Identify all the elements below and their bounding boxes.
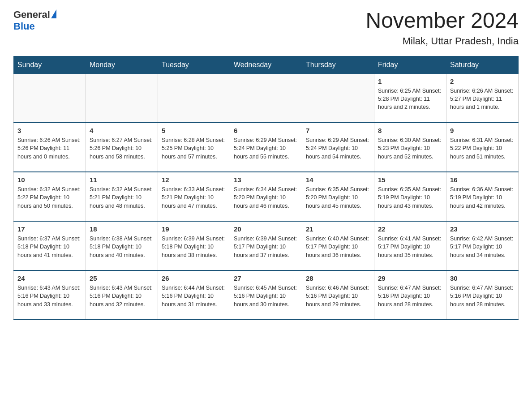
calendar-cell: 6Sunrise: 6:29 AM Sunset: 5:24 PM Daylig… bbox=[230, 123, 302, 172]
calendar-cell: 5Sunrise: 6:28 AM Sunset: 5:25 PM Daylig… bbox=[158, 123, 230, 172]
title-group: November 2024 Milak, Uttar Pradesh, Indi… bbox=[365, 9, 519, 47]
day-number: 16 bbox=[450, 176, 515, 184]
day-info: Sunrise: 6:38 AM Sunset: 5:18 PM Dayligh… bbox=[90, 235, 154, 259]
day-info: Sunrise: 6:31 AM Sunset: 5:22 PM Dayligh… bbox=[450, 136, 515, 160]
calendar-cell: 16Sunrise: 6:36 AM Sunset: 5:19 PM Dayli… bbox=[446, 172, 519, 221]
logo: General Blue bbox=[13, 9, 56, 32]
day-number: 6 bbox=[234, 127, 298, 134]
calendar-cell: 20Sunrise: 6:39 AM Sunset: 5:17 PM Dayli… bbox=[230, 221, 302, 270]
day-info: Sunrise: 6:45 AM Sunset: 5:16 PM Dayligh… bbox=[234, 284, 298, 308]
logo-text: General Blue bbox=[13, 9, 56, 32]
calendar-cell: 7Sunrise: 6:29 AM Sunset: 5:24 PM Daylig… bbox=[302, 123, 374, 172]
day-info: Sunrise: 6:41 AM Sunset: 5:17 PM Dayligh… bbox=[378, 235, 442, 259]
day-number: 23 bbox=[450, 225, 515, 233]
day-number: 3 bbox=[17, 127, 82, 134]
calendar-cell: 8Sunrise: 6:30 AM Sunset: 5:23 PM Daylig… bbox=[374, 123, 446, 172]
calendar-cell: 4Sunrise: 6:27 AM Sunset: 5:26 PM Daylig… bbox=[86, 123, 158, 172]
day-header-wednesday: Wednesday bbox=[230, 56, 302, 73]
day-info: Sunrise: 6:29 AM Sunset: 5:24 PM Dayligh… bbox=[234, 136, 298, 160]
day-number: 4 bbox=[90, 127, 154, 134]
day-number: 14 bbox=[306, 176, 370, 184]
location-title: Milak, Uttar Pradesh, India bbox=[365, 35, 519, 47]
day-number: 19 bbox=[162, 225, 226, 233]
day-number: 27 bbox=[234, 274, 298, 282]
day-number: 7 bbox=[306, 127, 370, 134]
day-number: 8 bbox=[378, 127, 442, 134]
day-header-monday: Monday bbox=[86, 56, 158, 73]
day-info: Sunrise: 6:25 AM Sunset: 5:28 PM Dayligh… bbox=[378, 87, 442, 111]
calendar-cell: 13Sunrise: 6:34 AM Sunset: 5:20 PM Dayli… bbox=[230, 172, 302, 221]
day-info: Sunrise: 6:47 AM Sunset: 5:16 PM Dayligh… bbox=[378, 284, 442, 308]
calendar-cell: 15Sunrise: 6:35 AM Sunset: 5:19 PM Dayli… bbox=[374, 172, 446, 221]
calendar-cell: 28Sunrise: 6:46 AM Sunset: 5:16 PM Dayli… bbox=[302, 270, 374, 320]
calendar-week-row: 1Sunrise: 6:25 AM Sunset: 5:28 PM Daylig… bbox=[14, 73, 519, 123]
day-info: Sunrise: 6:36 AM Sunset: 5:19 PM Dayligh… bbox=[450, 185, 515, 210]
calendar-cell: 23Sunrise: 6:42 AM Sunset: 5:17 PM Dayli… bbox=[446, 221, 519, 270]
calendar-cell: 19Sunrise: 6:39 AM Sunset: 5:18 PM Dayli… bbox=[158, 221, 230, 270]
day-number: 9 bbox=[450, 127, 515, 134]
day-number: 5 bbox=[162, 127, 226, 134]
day-info: Sunrise: 6:47 AM Sunset: 5:16 PM Dayligh… bbox=[450, 284, 515, 308]
calendar-cell: 25Sunrise: 6:43 AM Sunset: 5:16 PM Dayli… bbox=[86, 270, 158, 320]
day-info: Sunrise: 6:27 AM Sunset: 5:26 PM Dayligh… bbox=[90, 136, 154, 160]
calendar-cell: 30Sunrise: 6:47 AM Sunset: 5:16 PM Dayli… bbox=[446, 270, 519, 320]
day-info: Sunrise: 6:44 AM Sunset: 5:16 PM Dayligh… bbox=[162, 284, 226, 308]
day-info: Sunrise: 6:32 AM Sunset: 5:21 PM Dayligh… bbox=[90, 185, 154, 210]
calendar-cell: 9Sunrise: 6:31 AM Sunset: 5:22 PM Daylig… bbox=[446, 123, 519, 172]
calendar-cell: 29Sunrise: 6:47 AM Sunset: 5:16 PM Dayli… bbox=[374, 270, 446, 320]
day-info: Sunrise: 6:39 AM Sunset: 5:18 PM Dayligh… bbox=[162, 235, 226, 259]
calendar-cell: 10Sunrise: 6:32 AM Sunset: 5:22 PM Dayli… bbox=[14, 172, 86, 221]
day-info: Sunrise: 6:39 AM Sunset: 5:17 PM Dayligh… bbox=[234, 235, 298, 259]
day-number: 30 bbox=[450, 274, 515, 282]
day-info: Sunrise: 6:35 AM Sunset: 5:19 PM Dayligh… bbox=[378, 185, 442, 210]
day-header-saturday: Saturday bbox=[446, 56, 519, 73]
calendar-table: SundayMondayTuesdayWednesdayThursdayFrid… bbox=[13, 56, 519, 321]
day-number: 13 bbox=[234, 176, 298, 184]
day-info: Sunrise: 6:43 AM Sunset: 5:16 PM Dayligh… bbox=[90, 284, 154, 308]
day-header-sunday: Sunday bbox=[14, 56, 86, 73]
day-number: 24 bbox=[17, 274, 82, 282]
day-info: Sunrise: 6:29 AM Sunset: 5:24 PM Dayligh… bbox=[306, 136, 370, 160]
calendar-cell bbox=[302, 73, 374, 123]
day-number: 25 bbox=[90, 274, 154, 282]
calendar-cell bbox=[158, 73, 230, 123]
day-number: 17 bbox=[17, 225, 82, 233]
day-info: Sunrise: 6:43 AM Sunset: 5:16 PM Dayligh… bbox=[17, 284, 82, 308]
day-number: 26 bbox=[162, 274, 226, 282]
calendar-week-row: 10Sunrise: 6:32 AM Sunset: 5:22 PM Dayli… bbox=[14, 172, 519, 221]
day-number: 21 bbox=[306, 225, 370, 233]
day-info: Sunrise: 6:42 AM Sunset: 5:17 PM Dayligh… bbox=[450, 235, 515, 259]
day-info: Sunrise: 6:26 AM Sunset: 5:27 PM Dayligh… bbox=[450, 87, 515, 111]
calendar-cell: 26Sunrise: 6:44 AM Sunset: 5:16 PM Dayli… bbox=[158, 270, 230, 320]
calendar-cell bbox=[14, 73, 86, 123]
day-number: 15 bbox=[378, 176, 442, 184]
day-header-thursday: Thursday bbox=[302, 56, 374, 73]
day-info: Sunrise: 6:26 AM Sunset: 5:26 PM Dayligh… bbox=[17, 136, 82, 160]
day-header-tuesday: Tuesday bbox=[158, 56, 230, 73]
calendar-cell: 18Sunrise: 6:38 AM Sunset: 5:18 PM Dayli… bbox=[86, 221, 158, 270]
day-info: Sunrise: 6:30 AM Sunset: 5:23 PM Dayligh… bbox=[378, 136, 442, 160]
logo-triangle-icon bbox=[51, 9, 56, 18]
logo-blue-text: Blue bbox=[13, 21, 35, 32]
day-number: 29 bbox=[378, 274, 442, 282]
calendar-cell: 21Sunrise: 6:40 AM Sunset: 5:17 PM Dayli… bbox=[302, 221, 374, 270]
calendar-cell: 14Sunrise: 6:35 AM Sunset: 5:20 PM Dayli… bbox=[302, 172, 374, 221]
calendar-cell: 3Sunrise: 6:26 AM Sunset: 5:26 PM Daylig… bbox=[14, 123, 86, 172]
day-number: 28 bbox=[306, 274, 370, 282]
calendar-cell: 12Sunrise: 6:33 AM Sunset: 5:21 PM Dayli… bbox=[158, 172, 230, 221]
calendar-cell: 1Sunrise: 6:25 AM Sunset: 5:28 PM Daylig… bbox=[374, 73, 446, 123]
month-title: November 2024 bbox=[365, 9, 519, 33]
day-info: Sunrise: 6:28 AM Sunset: 5:25 PM Dayligh… bbox=[162, 136, 226, 160]
calendar-cell: 2Sunrise: 6:26 AM Sunset: 5:27 PM Daylig… bbox=[446, 73, 519, 123]
calendar-cell: 22Sunrise: 6:41 AM Sunset: 5:17 PM Dayli… bbox=[374, 221, 446, 270]
calendar-week-row: 3Sunrise: 6:26 AM Sunset: 5:26 PM Daylig… bbox=[14, 123, 519, 172]
day-info: Sunrise: 6:40 AM Sunset: 5:17 PM Dayligh… bbox=[306, 235, 370, 259]
calendar-week-row: 24Sunrise: 6:43 AM Sunset: 5:16 PM Dayli… bbox=[14, 270, 519, 320]
day-info: Sunrise: 6:32 AM Sunset: 5:22 PM Dayligh… bbox=[17, 185, 82, 210]
day-number: 20 bbox=[234, 225, 298, 233]
calendar-cell bbox=[86, 73, 158, 123]
day-info: Sunrise: 6:37 AM Sunset: 5:18 PM Dayligh… bbox=[17, 235, 82, 259]
calendar-cell: 27Sunrise: 6:45 AM Sunset: 5:16 PM Dayli… bbox=[230, 270, 302, 320]
day-number: 18 bbox=[90, 225, 154, 233]
day-info: Sunrise: 6:33 AM Sunset: 5:21 PM Dayligh… bbox=[162, 185, 226, 210]
